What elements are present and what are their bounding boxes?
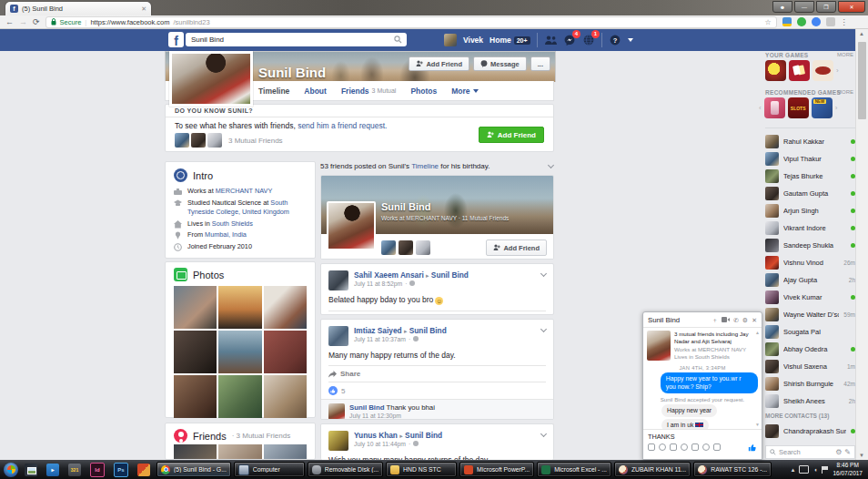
contact-row[interactable]: Abhay Odedra bbox=[765, 341, 855, 358]
add-friend-button-green[interactable]: Add Friend bbox=[479, 127, 544, 143]
extension-icon-1[interactable] bbox=[782, 17, 792, 26]
contact-row[interactable]: Ajay Gupta2h bbox=[765, 271, 855, 289]
taskbar-button-folder[interactable]: HND NS STC bbox=[386, 462, 457, 477]
post-menu-chevron-icon[interactable] bbox=[540, 326, 547, 332]
contact-row[interactable]: Vivek Kumar bbox=[765, 289, 855, 306]
mutual-friend-avatar[interactable] bbox=[175, 133, 189, 148]
indesign-icon[interactable]: Id bbox=[90, 463, 105, 477]
tab-more[interactable]: More bbox=[451, 87, 478, 96]
hometown-link[interactable]: Mumbai, India bbox=[205, 230, 247, 239]
video-call-icon[interactable] bbox=[722, 317, 730, 322]
contact-row[interactable]: Sandeep Shukla bbox=[765, 237, 855, 254]
comment-author-link[interactable]: Sunil Bind bbox=[349, 403, 385, 412]
volume-icon[interactable]: ◖ bbox=[813, 466, 817, 473]
taskbar-button-powerpoint[interactable]: Microsoft PowerP... bbox=[459, 462, 534, 477]
user-avatar[interactable] bbox=[444, 34, 457, 46]
tab-photos[interactable]: Photos bbox=[410, 87, 437, 96]
office-icon[interactable] bbox=[137, 464, 150, 476]
tray-expand-icon[interactable]: ▴ bbox=[792, 466, 795, 473]
contact-row[interactable]: Sheikh Anees2h bbox=[765, 392, 855, 410]
like-thumb-icon[interactable] bbox=[748, 443, 757, 452]
photo-thumbnail[interactable] bbox=[174, 331, 217, 373]
tab-close-icon[interactable]: ✕ bbox=[141, 5, 146, 12]
post-author-avatar[interactable] bbox=[328, 431, 348, 451]
contact-row[interactable]: Tejas Bhurke bbox=[765, 168, 855, 185]
search-input[interactable] bbox=[186, 36, 394, 44]
bookmark-star-icon[interactable]: ☆ bbox=[764, 18, 771, 26]
tab-friends[interactable]: Friends3 Mutual bbox=[341, 87, 397, 96]
extension-icon-2[interactable] bbox=[797, 17, 806, 26]
scroll-down-icon[interactable]: ▼ bbox=[859, 453, 864, 458]
photoshop-icon[interactable]: Ps bbox=[114, 463, 128, 477]
kmplayer-icon[interactable]: 321 bbox=[68, 464, 81, 476]
contact-row[interactable]: Arjun Singh bbox=[765, 202, 855, 219]
post-menu-chevron-icon[interactable] bbox=[540, 431, 547, 437]
facebook-logo[interactable]: f bbox=[168, 32, 184, 47]
url-box[interactable]: Secure | https://www.facebook.com /sunil… bbox=[45, 16, 777, 28]
contact-row[interactable]: Vishnu Vinod26m bbox=[765, 254, 855, 271]
action-center-flag-icon[interactable] bbox=[822, 466, 828, 474]
scroll-up-icon[interactable]: ▲ bbox=[859, 31, 864, 36]
profile-picture[interactable] bbox=[169, 51, 253, 107]
tab-timeline[interactable]: Timeline bbox=[258, 87, 289, 96]
recommended-games-more-link[interactable]: MORE bbox=[837, 89, 853, 95]
chat-add-person-icon[interactable]: ＋ bbox=[712, 317, 718, 323]
sticker-icon[interactable] bbox=[659, 443, 666, 451]
mutual-friend-avatar[interactable] bbox=[207, 133, 222, 148]
mutual-friend-avatar[interactable] bbox=[416, 240, 430, 255]
post-target-link[interactable]: Sunil Bind bbox=[405, 431, 442, 440]
home-link[interactable]: Home 20+ bbox=[490, 36, 530, 45]
post-target-link[interactable]: Sunil Bind bbox=[409, 326, 447, 335]
post-timestamp[interactable]: July 10 at 11:44pm bbox=[354, 441, 406, 447]
new-message-icon[interactable]: ✎ bbox=[844, 449, 851, 456]
post-menu-chevron-icon[interactable] bbox=[540, 270, 547, 277]
chrome-menu-icon[interactable]: ⋮ bbox=[841, 18, 848, 26]
photo-thumbnail[interactable] bbox=[264, 286, 307, 329]
city-link[interactable]: South Shields bbox=[212, 219, 253, 228]
chat-close-icon[interactable]: ✕ bbox=[752, 317, 757, 323]
workplace-link[interactable]: MERCHANT NAVY bbox=[216, 187, 273, 195]
friend-requests-icon[interactable] bbox=[544, 34, 557, 46]
minimize-button[interactable]: — bbox=[794, 1, 814, 13]
contact-row[interactable]: Rahul Kakkar bbox=[765, 133, 855, 150]
birthday-card-avatar[interactable] bbox=[327, 201, 376, 250]
start-button[interactable] bbox=[4, 463, 18, 477]
chat-header[interactable]: Sunil Bind ＋ ✆ ⚙ ✕ bbox=[643, 312, 762, 328]
chat-scroll-down-icon[interactable]: ▼ bbox=[755, 422, 760, 427]
like-count-row[interactable]: 5 bbox=[321, 382, 553, 399]
photos-title[interactable]: Photos bbox=[193, 270, 224, 280]
network-icon[interactable] bbox=[799, 465, 809, 474]
friend-thumbnail[interactable] bbox=[174, 444, 217, 460]
mutual-friend-avatar[interactable] bbox=[191, 133, 206, 148]
share-button[interactable]: Share bbox=[321, 366, 553, 382]
extension-icon-3[interactable] bbox=[812, 17, 821, 26]
messenger-icon[interactable]: 4 bbox=[563, 34, 576, 46]
message-button[interactable]: Message bbox=[473, 56, 527, 71]
crash-game-icon[interactable] bbox=[812, 60, 833, 81]
8-ball-pool-game-icon[interactable] bbox=[765, 60, 786, 81]
friend-thumbnail[interactable] bbox=[264, 444, 307, 460]
friends-title[interactable]: Friends bbox=[193, 431, 227, 442]
voice-call-icon[interactable]: ✆ bbox=[733, 317, 739, 323]
reload-icon[interactable]: ⟳ bbox=[33, 18, 40, 26]
mutual-friend-avatar[interactable] bbox=[381, 240, 396, 255]
scrollbar-thumb[interactable] bbox=[858, 42, 866, 119]
post-timestamp[interactable]: July 11 at 8:52pm bbox=[354, 280, 402, 287]
media-player-icon[interactable]: ▸ bbox=[46, 464, 59, 476]
extension-icon-4[interactable] bbox=[826, 17, 835, 26]
collapse-chevron-icon[interactable] bbox=[548, 162, 554, 168]
tray-clock[interactable]: 8:46 PM 16/07/2017 bbox=[833, 462, 864, 477]
contact-row[interactable]: Sougata Pal bbox=[765, 323, 855, 341]
mutual-friend-avatar[interactable] bbox=[399, 240, 413, 255]
photo-thumbnail[interactable] bbox=[174, 375, 217, 418]
contact-row[interactable]: Chandraprakash Surolia bbox=[765, 423, 855, 440]
friend-request-link[interactable]: send him a friend request. bbox=[298, 121, 387, 130]
user-name-link[interactable]: Vivek bbox=[463, 36, 483, 45]
photo-thumbnail[interactable] bbox=[174, 286, 217, 329]
page-scrollbar[interactable]: ▲ ▼ bbox=[855, 29, 868, 460]
attachment-icon[interactable] bbox=[691, 443, 699, 451]
photo-thumbnail[interactable] bbox=[218, 331, 261, 373]
image-icon[interactable] bbox=[648, 443, 655, 451]
new-game-icon[interactable]: NEW bbox=[812, 97, 833, 118]
anime-game-icon[interactable] bbox=[764, 97, 785, 118]
